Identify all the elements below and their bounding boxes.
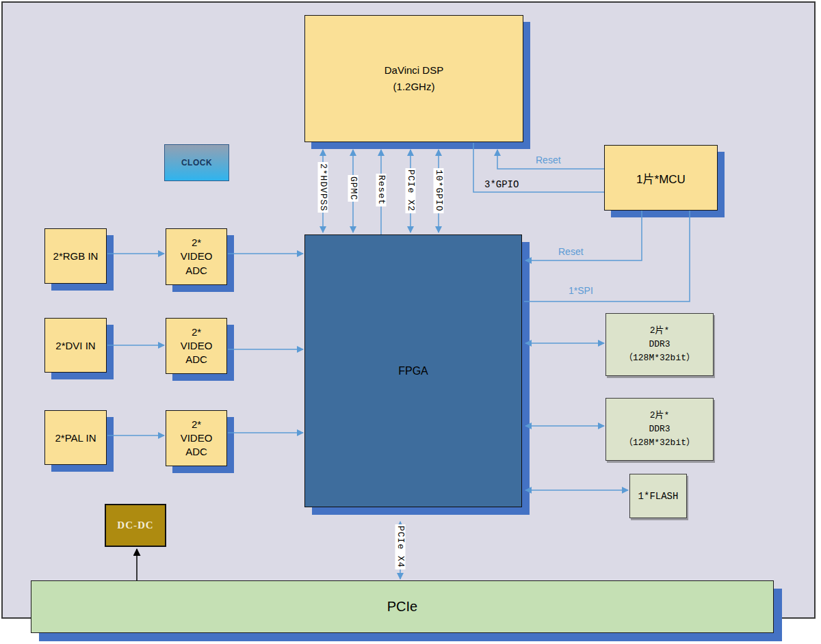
block-video-adc-2: 2* VIDEO ADC <box>166 318 227 374</box>
block-flash: 1*FLASH <box>629 474 687 518</box>
block-pcie-bus: PCIe <box>31 580 774 633</box>
ddr3-2-line3: （128M*32bit） <box>624 436 695 450</box>
ddr3-1-line2: DDR3 <box>649 338 670 351</box>
block-ddr3-2: 2片* DDR3 （128M*32bit） <box>605 398 714 461</box>
ddr3-2-line1: 2片* <box>650 409 670 422</box>
wire-label-gpio3: 3*GPIO <box>484 179 519 190</box>
block-rgb-in: 2*RGB IN <box>44 228 107 284</box>
block-fpga: FPGA <box>304 234 522 507</box>
block-diagram: DaVinci DSP (1.2GHz) CLOCK 1片*MCU FPGA 2… <box>0 0 821 644</box>
ddr3-1-line1: 2片* <box>650 324 670 338</box>
wire-label-spi: 1*SPI <box>569 285 593 296</box>
adc2-line2: VIDEO <box>181 339 213 353</box>
adc3-line3: ADC <box>185 445 207 459</box>
adc1-line1: 2* <box>192 236 201 250</box>
block-davinci-dsp: DaVinci DSP (1.2GHz) <box>304 15 523 142</box>
bus-label-pcie-x2: PCIe X2 <box>406 168 416 213</box>
ddr3-2-line2: DDR3 <box>649 422 670 436</box>
dsp-label-line1: DaVinci DSP <box>385 62 443 79</box>
adc3-line2: VIDEO <box>181 431 213 445</box>
block-mcu: 1片*MCU <box>604 145 718 211</box>
adc2-line1: 2* <box>192 325 201 339</box>
bus-label-gpmc: GPMC <box>348 175 359 202</box>
bus-label-reset-dsp-fpga: Reset <box>376 174 387 206</box>
bus-label-pcie-x4: PCIe X4 <box>395 524 406 569</box>
dsp-label-line2: (1.2GHz) <box>393 79 435 95</box>
adc1-line2: VIDEO <box>181 250 213 263</box>
block-video-adc-1: 2* VIDEO ADC <box>166 228 227 285</box>
block-pal-in: 2*PAL IN <box>44 410 107 465</box>
ddr3-1-line3: （128M*32bit） <box>624 351 695 365</box>
adc2-line3: ADC <box>185 353 207 366</box>
wire-label-reset-mcu-dsp: Reset <box>536 155 561 165</box>
block-ddr3-1: 2片* DDR3 （128M*32bit） <box>605 313 714 376</box>
block-video-adc-3: 2* VIDEO ADC <box>166 410 227 466</box>
adc3-line1: 2* <box>192 418 201 431</box>
adc1-line3: ADC <box>185 264 207 278</box>
bus-label-gpio10: 10*GPIO <box>434 168 444 213</box>
block-dvi-in: 2*DVI IN <box>44 318 107 373</box>
block-dc-dc: DC-DC <box>105 504 166 547</box>
block-clock: CLOCK <box>164 144 229 181</box>
wire-label-reset-mcu-fpga: Reset <box>558 246 584 257</box>
bus-label-hdvpss: 2*HDVPSS <box>318 162 328 213</box>
